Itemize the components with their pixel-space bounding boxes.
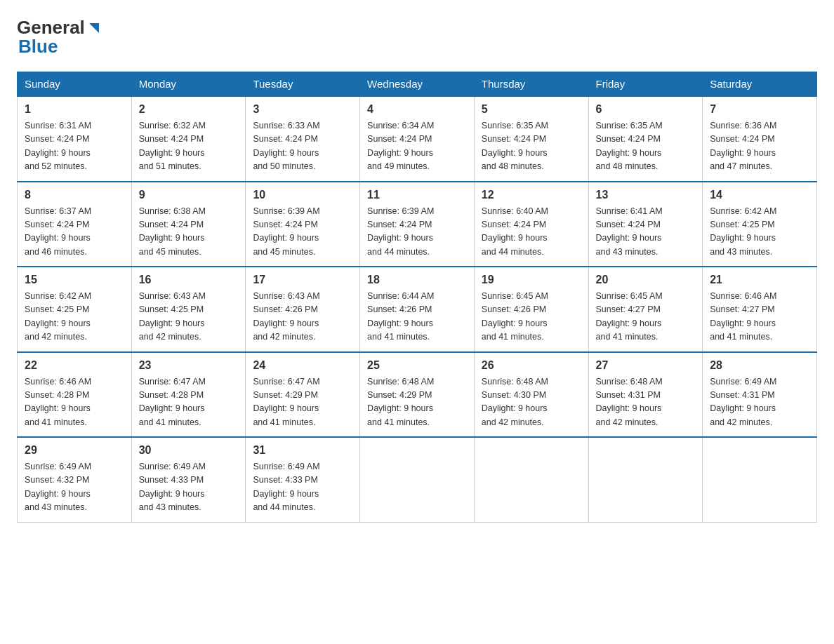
day-info: Sunrise: 6:47 AMSunset: 4:29 PMDaylight:… — [253, 375, 352, 430]
week-row-5: 29Sunrise: 6:49 AMSunset: 4:32 PMDayligh… — [18, 437, 817, 522]
day-number: 5 — [482, 101, 581, 118]
header-wednesday: Wednesday — [360, 72, 475, 97]
day-info: Sunrise: 6:35 AMSunset: 4:24 PMDaylight:… — [596, 119, 696, 174]
header-thursday: Thursday — [474, 72, 588, 97]
week-row-4: 22Sunrise: 6:46 AMSunset: 4:28 PMDayligh… — [18, 352, 817, 438]
calendar-cell: 25Sunrise: 6:48 AMSunset: 4:29 PMDayligh… — [360, 352, 475, 438]
day-number: 7 — [710, 101, 809, 118]
calendar-cell: 11Sunrise: 6:39 AMSunset: 4:24 PMDayligh… — [360, 182, 475, 267]
calendar-cell: 19Sunrise: 6:45 AMSunset: 4:26 PMDayligh… — [474, 267, 588, 352]
calendar-cell — [703, 437, 817, 522]
week-row-1: 1Sunrise: 6:31 AMSunset: 4:24 PMDaylight… — [18, 96, 817, 182]
day-number: 17 — [253, 271, 352, 288]
day-number: 1 — [25, 101, 124, 118]
day-number: 14 — [710, 187, 809, 203]
day-info: Sunrise: 6:46 AMSunset: 4:28 PMDaylight:… — [25, 375, 124, 430]
calendar-cell: 4Sunrise: 6:34 AMSunset: 4:24 PMDaylight… — [360, 96, 475, 182]
week-row-3: 15Sunrise: 6:42 AMSunset: 4:25 PMDayligh… — [18, 267, 817, 352]
day-info: Sunrise: 6:44 AMSunset: 4:26 PMDaylight:… — [367, 290, 467, 344]
header-saturday: Saturday — [703, 72, 817, 97]
calendar-cell: 22Sunrise: 6:46 AMSunset: 4:28 PMDayligh… — [18, 352, 132, 438]
day-info: Sunrise: 6:33 AMSunset: 4:24 PMDaylight:… — [253, 119, 352, 174]
svg-marker-0 — [89, 23, 99, 33]
day-number: 24 — [253, 357, 352, 374]
day-number: 16 — [139, 271, 239, 288]
day-number: 26 — [482, 357, 581, 374]
day-info: Sunrise: 6:45 AMSunset: 4:26 PMDaylight:… — [482, 290, 581, 344]
calendar-cell: 2Sunrise: 6:32 AMSunset: 4:24 PMDaylight… — [131, 96, 246, 182]
page-header: General Blue — [17, 17, 817, 58]
calendar-table: SundayMondayTuesdayWednesdayThursdayFrid… — [17, 72, 817, 523]
day-number: 27 — [596, 357, 696, 374]
calendar-cell: 23Sunrise: 6:47 AMSunset: 4:28 PMDayligh… — [131, 352, 246, 438]
header-friday: Friday — [588, 72, 703, 97]
calendar-cell: 16Sunrise: 6:43 AMSunset: 4:25 PMDayligh… — [131, 267, 246, 352]
day-info: Sunrise: 6:34 AMSunset: 4:24 PMDaylight:… — [367, 119, 467, 174]
day-number: 25 — [367, 357, 467, 374]
day-number: 11 — [367, 187, 467, 203]
calendar-cell: 29Sunrise: 6:49 AMSunset: 4:32 PMDayligh… — [18, 437, 132, 522]
day-info: Sunrise: 6:47 AMSunset: 4:28 PMDaylight:… — [139, 375, 239, 430]
week-row-2: 8Sunrise: 6:37 AMSunset: 4:24 PMDaylight… — [18, 182, 817, 267]
calendar-cell: 24Sunrise: 6:47 AMSunset: 4:29 PMDayligh… — [246, 352, 360, 438]
day-info: Sunrise: 6:45 AMSunset: 4:27 PMDaylight:… — [596, 290, 696, 344]
day-info: Sunrise: 6:48 AMSunset: 4:29 PMDaylight:… — [367, 375, 467, 430]
day-number: 18 — [367, 271, 467, 288]
day-number: 10 — [253, 187, 352, 203]
day-number: 9 — [139, 187, 239, 203]
day-number: 2 — [139, 101, 239, 118]
day-info: Sunrise: 6:38 AMSunset: 4:24 PMDaylight:… — [139, 205, 239, 260]
calendar-cell: 10Sunrise: 6:39 AMSunset: 4:24 PMDayligh… — [246, 182, 360, 267]
calendar-cell: 27Sunrise: 6:48 AMSunset: 4:31 PMDayligh… — [588, 352, 703, 438]
calendar-cell: 21Sunrise: 6:46 AMSunset: 4:27 PMDayligh… — [703, 267, 817, 352]
calendar-cell: 7Sunrise: 6:36 AMSunset: 4:24 PMDaylight… — [703, 96, 817, 182]
calendar-cell: 20Sunrise: 6:45 AMSunset: 4:27 PMDayligh… — [588, 267, 703, 352]
day-info: Sunrise: 6:40 AMSunset: 4:24 PMDaylight:… — [482, 205, 581, 260]
calendar-cell: 14Sunrise: 6:42 AMSunset: 4:25 PMDayligh… — [703, 182, 817, 267]
calendar-cell: 12Sunrise: 6:40 AMSunset: 4:24 PMDayligh… — [474, 182, 588, 267]
day-info: Sunrise: 6:49 AMSunset: 4:31 PMDaylight:… — [710, 375, 809, 430]
calendar-cell: 1Sunrise: 6:31 AMSunset: 4:24 PMDaylight… — [18, 96, 132, 182]
day-number: 6 — [596, 101, 696, 118]
day-number: 20 — [596, 271, 696, 288]
calendar-cell: 5Sunrise: 6:35 AMSunset: 4:24 PMDaylight… — [474, 96, 588, 182]
day-number: 12 — [482, 187, 581, 203]
day-info: Sunrise: 6:49 AMSunset: 4:33 PMDaylight:… — [253, 460, 352, 515]
calendar-cell: 9Sunrise: 6:38 AMSunset: 4:24 PMDaylight… — [131, 182, 246, 267]
calendar-cell: 26Sunrise: 6:48 AMSunset: 4:30 PMDayligh… — [474, 352, 588, 438]
day-info: Sunrise: 6:39 AMSunset: 4:24 PMDaylight:… — [253, 205, 352, 260]
day-info: Sunrise: 6:39 AMSunset: 4:24 PMDaylight:… — [367, 205, 467, 260]
day-number: 13 — [596, 187, 696, 203]
calendar-cell: 3Sunrise: 6:33 AMSunset: 4:24 PMDaylight… — [246, 96, 360, 182]
day-info: Sunrise: 6:43 AMSunset: 4:25 PMDaylight:… — [139, 290, 239, 344]
day-info: Sunrise: 6:43 AMSunset: 4:26 PMDaylight:… — [253, 290, 352, 344]
day-info: Sunrise: 6:48 AMSunset: 4:30 PMDaylight:… — [482, 375, 581, 430]
calendar-cell: 28Sunrise: 6:49 AMSunset: 4:31 PMDayligh… — [703, 352, 817, 438]
day-info: Sunrise: 6:31 AMSunset: 4:24 PMDaylight:… — [25, 119, 124, 174]
day-number: 30 — [139, 442, 239, 459]
day-number: 28 — [710, 357, 809, 374]
day-number: 31 — [253, 442, 352, 459]
logo-blue: Blue — [18, 36, 58, 58]
calendar-cell — [474, 437, 588, 522]
day-number: 4 — [367, 101, 467, 118]
day-number: 19 — [482, 271, 581, 288]
calendar-cell: 6Sunrise: 6:35 AMSunset: 4:24 PMDaylight… — [588, 96, 703, 182]
day-info: Sunrise: 6:49 AMSunset: 4:32 PMDaylight:… — [25, 460, 124, 515]
calendar-cell: 17Sunrise: 6:43 AMSunset: 4:26 PMDayligh… — [246, 267, 360, 352]
calendar-cell: 13Sunrise: 6:41 AMSunset: 4:24 PMDayligh… — [588, 182, 703, 267]
logo: General Blue — [17, 17, 102, 58]
calendar-cell: 15Sunrise: 6:42 AMSunset: 4:25 PMDayligh… — [18, 267, 132, 352]
day-info: Sunrise: 6:32 AMSunset: 4:24 PMDaylight:… — [139, 119, 239, 174]
day-number: 8 — [25, 187, 124, 203]
day-info: Sunrise: 6:41 AMSunset: 4:24 PMDaylight:… — [596, 205, 696, 260]
day-number: 23 — [139, 357, 239, 374]
calendar-cell — [360, 437, 475, 522]
day-info: Sunrise: 6:42 AMSunset: 4:25 PMDaylight:… — [25, 290, 124, 344]
header-tuesday: Tuesday — [246, 72, 360, 97]
day-number: 21 — [710, 271, 809, 288]
weekday-header-row: SundayMondayTuesdayWednesdayThursdayFrid… — [18, 72, 817, 97]
calendar-cell: 31Sunrise: 6:49 AMSunset: 4:33 PMDayligh… — [246, 437, 360, 522]
calendar-cell: 30Sunrise: 6:49 AMSunset: 4:33 PMDayligh… — [131, 437, 246, 522]
logo-arrow-icon — [86, 20, 102, 36]
